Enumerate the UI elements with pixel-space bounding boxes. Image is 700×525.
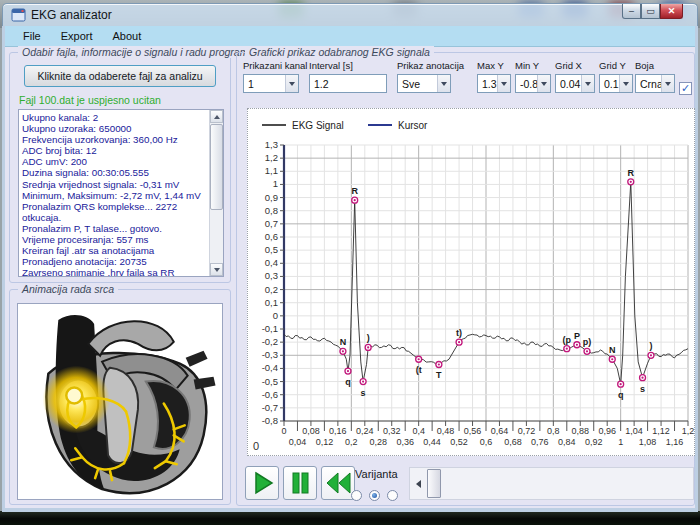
chart-controls-row: Prikazani kanal1Interval [s]1.2Prikaz an… (239, 60, 694, 100)
svg-text:N: N (609, 345, 616, 355)
menu-item-export[interactable]: Export (51, 28, 103, 44)
play-button[interactable] (245, 466, 279, 500)
boja-combo[interactable]: Crna (635, 74, 675, 93)
info-line: Kreiran fajl .atr sa anotacijama (22, 245, 208, 256)
info-line: Frekvencija uzorkovanja: 360,00 Hz (22, 134, 208, 145)
svg-text:0,32: 0,32 (383, 426, 401, 436)
hscrollbar-thumb[interactable] (427, 469, 441, 498)
close-button[interactable]: ✕ (660, 4, 683, 19)
info-line: Ukupno uzoraka: 650000 (22, 123, 208, 134)
svg-text:1,2: 1,2 (265, 152, 278, 163)
file-info-group-title: Odabir fajla, informacije o signalu i ra… (18, 46, 258, 58)
menu-item-file[interactable]: File (13, 28, 51, 44)
chevron-down-icon[interactable] (285, 75, 298, 92)
minimize-button[interactable]: – (622, 4, 641, 19)
svg-text:0,36: 0,36 (396, 437, 414, 447)
min-y-combo[interactable]: -0.8 (515, 74, 551, 93)
svg-text:t): t) (456, 328, 462, 338)
taskbar-strip (0, 511, 700, 525)
varijanta-radio-0[interactable] (351, 490, 362, 501)
varijanta-radio-1[interactable] (369, 490, 380, 501)
svg-text:p): p) (583, 337, 592, 347)
svg-text:0,8: 0,8 (265, 205, 278, 216)
ekg-chart-svg[interactable]: -0,8-0,7-0,6-0,5-0,4-0,3-0,2-0,100,10,20… (248, 109, 694, 455)
svg-text:s: s (640, 384, 645, 394)
pause-button[interactable] (283, 466, 317, 500)
svg-text:0,76: 0,76 (531, 437, 549, 447)
info-line: Minimum, Maksimum: -2,72 mV, 1,44 mV (22, 190, 208, 201)
svg-text:0,6: 0,6 (480, 437, 493, 447)
control-grid-y: Grid Y0.1 (599, 60, 633, 93)
load-status-text: Fajl 100.dat je uspjesno ucitan (19, 94, 161, 106)
info-line: ADC broj bita: 12 (22, 145, 208, 156)
svg-text:0,92: 0,92 (585, 437, 603, 447)
signal-info-lines: Ukupno kanala: 2Ukupno uzoraka: 650000Fr… (22, 112, 208, 277)
info-line: Pronalazim QRS komplekse... 2272 otkucaj… (22, 201, 208, 223)
chevron-down-icon[interactable] (581, 75, 594, 92)
control-interval: Interval [s]1.2 (309, 60, 387, 93)
info-line: Pronalazim P, T talase... gotovo. (22, 223, 208, 234)
chevron-down-icon[interactable] (437, 75, 450, 92)
interval-input[interactable]: 1.2 (309, 74, 387, 93)
rewind-button[interactable] (321, 466, 355, 500)
svg-text:0: 0 (273, 310, 278, 321)
pause-icon (284, 467, 316, 499)
control-label-grid-y: Grid Y (599, 60, 633, 71)
title-bar[interactable]: EKG analizator – ▭ ✕ (2, 3, 698, 26)
svg-text:1: 1 (618, 437, 623, 447)
svg-text:s: s (361, 388, 366, 398)
svg-text:0: 0 (281, 426, 286, 436)
svg-text:-0,5: -0,5 (262, 376, 278, 387)
chart-horizontal-scrollbar[interactable] (409, 467, 694, 500)
control-grid-toggle: ✓G (679, 76, 694, 100)
chevron-down-icon[interactable] (619, 75, 632, 92)
grid-toggle-checkbox[interactable]: ✓ (679, 82, 692, 95)
choose-file-button[interactable]: Kliknite da odaberete fajl za analizu (24, 65, 216, 87)
scroll-up-icon[interactable] (210, 110, 223, 123)
chart-group-title: Graficki prikaz odabranog EKG signala (245, 46, 434, 58)
svg-text:1,04: 1,04 (625, 426, 643, 436)
prikazani-kanal-value: 1 (248, 78, 254, 90)
control-label-grid-x: Grid X (555, 60, 595, 71)
chevron-down-icon[interactable] (497, 75, 510, 92)
info-line: Vrijeme procesiranja: 557 ms (22, 234, 208, 245)
svg-text:0,12: 0,12 (316, 437, 334, 447)
chevron-down-icon[interactable] (537, 75, 550, 92)
svg-text:-0,4: -0,4 (262, 362, 278, 373)
control-boja: BojaCrna (635, 60, 675, 93)
menu-item-about[interactable]: About (103, 28, 152, 44)
scroll-down-icon[interactable] (210, 263, 223, 276)
scrollbar-thumb[interactable] (210, 124, 223, 210)
svg-text:0,64: 0,64 (491, 426, 509, 436)
prikazani-kanal-combo[interactable]: 1 (243, 74, 299, 93)
heart-illustration (18, 304, 223, 500)
app-icon (11, 8, 26, 22)
varijanta-radio-2[interactable] (387, 490, 398, 501)
control-grid-x: Grid X0.04 (555, 60, 595, 93)
chart-offset-label: 0 (253, 440, 259, 452)
svg-text:T: T (436, 370, 442, 380)
chevron-glyph (623, 82, 629, 86)
grid-y-combo[interactable]: 0.1 (599, 74, 633, 93)
svg-text:-0,8: -0,8 (262, 415, 278, 426)
svg-text:(p: (p (563, 335, 572, 345)
info-vertical-scrollbar[interactable] (209, 110, 223, 276)
chevron-down-icon[interactable] (661, 75, 674, 92)
chevron-glyph (441, 82, 447, 86)
boja-value: Crna (640, 78, 663, 90)
svg-text:0,48: 0,48 (437, 426, 455, 436)
maximize-button[interactable]: ▭ (641, 4, 660, 19)
prikaz-anotacija-combo[interactable]: Sve (397, 74, 451, 93)
window-frame: FileExportAbout Odabir fajla, informacij… (2, 26, 698, 512)
grid-x-combo[interactable]: 0.04 (555, 74, 595, 93)
control-label-min-y: Min Y (515, 60, 551, 71)
svg-text:0,5: 0,5 (265, 244, 278, 255)
max-y-combo[interactable]: 1.3 (477, 74, 511, 93)
window-title: EKG analizator (31, 8, 112, 22)
info-line: ADC umV: 200 (22, 156, 208, 167)
signal-info-textbox[interactable]: Ukupno kanala: 2Ukupno uzoraka: 650000Fr… (18, 109, 224, 277)
svg-text:-0,7: -0,7 (262, 402, 278, 413)
scroll-left-icon[interactable] (410, 468, 426, 499)
svg-text:): ) (649, 341, 652, 351)
ekg-chart-panel[interactable]: 0 -0,8-0,7-0,6-0,5-0,4-0,3-0,2-0,100,10,… (247, 108, 695, 456)
